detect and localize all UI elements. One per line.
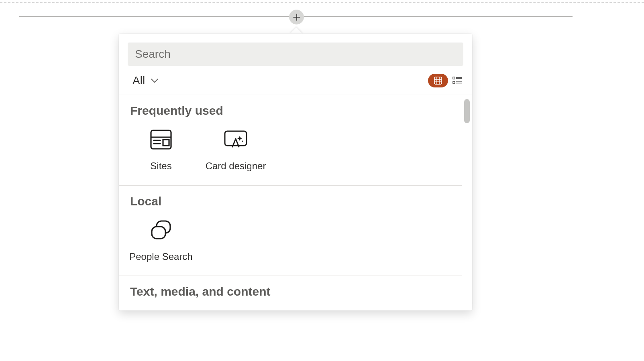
add-webpart-button[interactable] xyxy=(289,10,304,24)
filter-row: All xyxy=(119,66,472,95)
search-box[interactable] xyxy=(128,43,463,66)
people-search-icon xyxy=(148,219,174,241)
tile-label: Card designer xyxy=(206,160,266,172)
svg-point-6 xyxy=(242,140,243,142)
scrollbar-thumb[interactable] xyxy=(464,99,470,123)
group-text-media-content: Text, media, and content xyxy=(119,276,462,310)
list-icon xyxy=(452,77,462,85)
tile-card-designer[interactable]: Card designer xyxy=(200,125,271,174)
grid-view-button[interactable] xyxy=(428,74,448,87)
toolbox-body: Frequently used Sites xyxy=(119,95,472,310)
svg-rect-0 xyxy=(434,77,442,84)
tile-label: Sites xyxy=(150,160,171,172)
view-toggle xyxy=(428,74,463,87)
tile-sites[interactable]: Sites xyxy=(125,125,197,174)
plus-icon xyxy=(293,13,301,21)
group-title: Local xyxy=(119,195,462,212)
chevron-down-icon xyxy=(151,78,159,83)
section-boundary-dashed xyxy=(0,2,644,3)
webpart-toolbox-panel: All Fre xyxy=(119,34,472,310)
svg-rect-2 xyxy=(453,81,455,83)
list-view-button[interactable] xyxy=(451,75,463,87)
group-title: Text, media, and content xyxy=(119,285,462,302)
svg-rect-8 xyxy=(152,227,165,239)
svg-rect-4 xyxy=(163,140,169,146)
search-container xyxy=(119,34,472,66)
card-designer-icon xyxy=(223,129,249,150)
group-local: Local People Search xyxy=(119,186,462,276)
svg-rect-1 xyxy=(453,77,455,79)
grid-icon xyxy=(434,77,442,85)
tile-label: People Search xyxy=(129,251,192,263)
category-filter-label: All xyxy=(132,74,145,87)
category-filter-dropdown[interactable]: All xyxy=(132,74,159,87)
search-input[interactable] xyxy=(134,47,457,61)
tile-people-search[interactable]: People Search xyxy=(125,215,197,265)
sites-icon xyxy=(148,129,174,150)
group-title: Frequently used xyxy=(119,104,462,122)
group-frequently-used: Frequently used Sites xyxy=(119,95,462,186)
